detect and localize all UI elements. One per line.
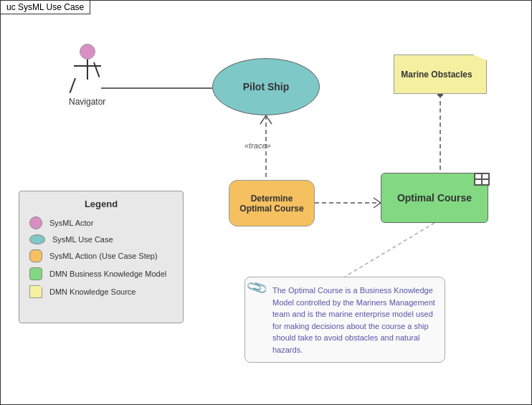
legend-label-actor: SysML Actor — [49, 219, 93, 227]
legend-swatch-usecase — [29, 234, 45, 244]
actor-leg-right — [93, 62, 100, 77]
note-box: The Optimal Course is a Business Knowled… — [244, 277, 445, 363]
actor-leg-left — [69, 78, 75, 93]
legend-label-action: SysML Action (Use Case Step) — [49, 252, 158, 260]
determine-course-label: DetermineOptimal Course — [239, 194, 303, 214]
legend-label-usecase: SysML Use Case — [52, 235, 113, 244]
bkm-icon-cell — [482, 173, 489, 179]
diagram-container: uc SysML Use Case «trace» Navigator — [0, 0, 532, 405]
actor-legs — [80, 80, 95, 94]
navigator-actor: Navigator — [69, 44, 105, 107]
legend-label-ks: DMN Knowledge Source — [49, 287, 136, 296]
optimal-course-label: Optimal Course — [397, 192, 472, 204]
legend-title: Legend — [29, 199, 173, 209]
legend-item-bkm: DMN Business Knowledge Model — [29, 267, 173, 280]
legend-item-usecase: SysML Use Case — [29, 234, 173, 244]
bkm-icon-cell — [475, 179, 482, 185]
marine-obstacles-label: Marine Obstacles — [401, 70, 479, 80]
legend-swatch-bkm — [29, 267, 42, 280]
svg-line-5 — [345, 223, 434, 277]
legend-item-actor: SysML Actor — [29, 216, 173, 229]
legend-swatch-ks — [29, 285, 42, 298]
bkm-icon-cell — [482, 179, 489, 185]
marine-obstacles-node: Marine Obstacles — [394, 54, 487, 94]
bkm-icon-cell — [475, 173, 482, 179]
pilot-ship-node: Pilot Ship — [212, 58, 320, 115]
legend-swatch-actor — [29, 216, 42, 229]
diagram-title: uc SysML Use Case — [1, 1, 90, 14]
actor-head — [80, 44, 95, 59]
legend-swatch-action — [29, 249, 42, 262]
pilot-ship-label: Pilot Ship — [243, 81, 290, 92]
trace-label: «trace» — [244, 141, 271, 150]
legend-item-action: SysML Action (Use Case Step) — [29, 249, 173, 262]
legend-label-bkm: DMN Business Knowledge Model — [49, 270, 166, 278]
optimal-course-node: Optimal Course — [381, 173, 488, 223]
bkm-table-icon — [474, 173, 490, 186]
determine-course-node: DetermineOptimal Course — [229, 180, 315, 227]
legend-box: Legend SysML Actor SysML Use Case SysML … — [19, 191, 184, 323]
note-text: The Optimal Course is a Business Knowled… — [272, 286, 435, 354]
navigator-label: Navigator — [69, 97, 105, 107]
legend-item-ks: DMN Knowledge Source — [29, 285, 173, 298]
actor-body — [87, 59, 88, 80]
actor-arms — [74, 65, 101, 67]
